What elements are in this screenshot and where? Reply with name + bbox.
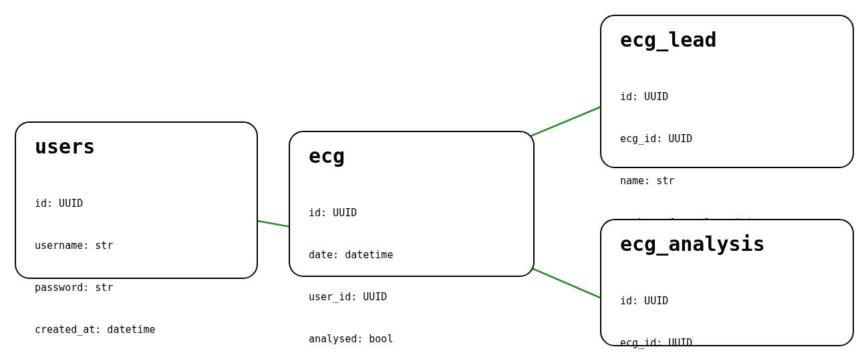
entity-ecg-lead: ecg_lead id: UUID ecg_id: UUID name: str… [600,15,854,168]
field: ecg_id: UUID [620,132,838,146]
entity-ecg-fields: id: UUID date: datetime user_id: UUID an… [309,178,519,361]
entity-ecg-analysis-fields: id: UUID ecg_id: UUID zero_crosses_count… [620,266,838,361]
field: id: UUID [309,206,519,220]
field: username: str [35,239,242,253]
field: ecg_id: UUID [620,336,838,350]
entity-ecg-lead-title: ecg_lead [620,28,838,51]
entity-ecg-analysis: ecg_analysis id: UUID ecg_id: UUID zero_… [600,219,854,346]
field: user_id: UUID [309,290,519,304]
field: id: UUID [35,197,242,211]
entity-ecg: ecg id: UUID date: datetime user_id: UUI… [289,131,535,277]
field: id: UUID [620,90,838,104]
field: date: datetime [309,248,519,262]
field: id: UUID [620,294,838,308]
entity-users-fields: id: UUID username: str password: str cre… [35,169,242,361]
er-diagram-canvas: users id: UUID username: str password: s… [0,0,868,361]
field: created_at: datetime [35,323,242,337]
entity-ecg-analysis-title: ecg_analysis [620,232,838,256]
entity-ecg-title: ecg [309,144,519,167]
field: name: str [620,174,838,188]
field: password: str [35,281,242,295]
entity-users: users id: UUID username: str password: s… [15,121,258,279]
entity-users-title: users [35,135,242,158]
field: analysed: bool [309,332,519,346]
